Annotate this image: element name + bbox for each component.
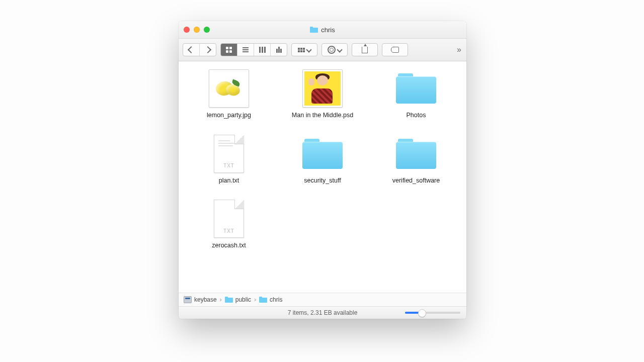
file-item[interactable]: TXTplan.txt <box>184 135 274 185</box>
file-item[interactable]: lemon_party.jpg <box>184 69 274 120</box>
text-document-icon: TXT <box>214 135 244 173</box>
back-button[interactable] <box>183 44 200 56</box>
zoom-button[interactable] <box>204 27 210 33</box>
file-item[interactable]: TXTzerocash.txt <box>184 200 274 250</box>
action-button[interactable] <box>321 43 348 56</box>
path-separator: › <box>254 296 256 303</box>
tags-button[interactable] <box>382 43 408 56</box>
grid-icon <box>226 47 232 53</box>
view-columns-button[interactable] <box>254 44 271 56</box>
folder-icon <box>259 297 267 303</box>
window-title-text: chris <box>321 26 335 34</box>
arrange-button[interactable] <box>291 43 317 56</box>
path-label: public <box>235 296 251 303</box>
share-icon <box>362 47 368 53</box>
file-label: Man in the Middle.psd <box>292 112 353 120</box>
file-item[interactable]: security_stuff <box>277 135 368 185</box>
file-label: security_stuff <box>304 177 341 185</box>
finder-window: chris <box>179 21 466 319</box>
folder-icon <box>302 139 343 169</box>
image-thumbnail <box>302 69 343 108</box>
window-title: chris <box>179 26 466 34</box>
content-area[interactable]: lemon_party.jpgMan in the Middle.psdPhot… <box>179 61 466 293</box>
path-separator: › <box>220 296 222 303</box>
titlebar: chris <box>179 21 466 39</box>
close-button[interactable] <box>184 27 190 33</box>
view-coverflow-button[interactable] <box>271 44 287 56</box>
path-segment[interactable]: chris <box>259 296 282 303</box>
status-text: 7 items, 2.31 EB available <box>288 309 358 316</box>
double-chevron-right-icon: » <box>457 45 461 54</box>
toolbar-overflow-button[interactable]: » <box>456 45 462 54</box>
nav-group <box>183 43 216 56</box>
file-label: plan.txt <box>219 177 239 185</box>
traffic-lights <box>184 27 210 33</box>
path-label: chris <box>270 296 282 303</box>
file-label: zerocash.txt <box>212 242 246 250</box>
path-bar: keybase›public›chris <box>179 293 466 306</box>
path-segment[interactable]: keybase <box>184 296 217 303</box>
arrange-icon <box>298 48 305 52</box>
coverflow-icon <box>276 47 282 53</box>
file-label: verified_software <box>392 177 440 185</box>
folder-icon <box>396 139 436 169</box>
icon-grid: lemon_party.jpgMan in the Middle.psdPhot… <box>179 61 466 255</box>
view-icons-button[interactable] <box>221 44 237 56</box>
file-item[interactable]: Man in the Middle.psd <box>277 69 368 120</box>
icon-size-slider[interactable] <box>405 312 460 314</box>
folder-icon <box>310 27 318 33</box>
columns-icon <box>259 47 266 53</box>
list-icon <box>243 47 249 52</box>
tag-icon <box>391 47 399 53</box>
file-label: Photos <box>407 112 426 120</box>
text-document-icon: TXT <box>214 200 244 238</box>
share-button[interactable] <box>352 43 378 56</box>
chevron-right-icon <box>204 46 211 53</box>
view-list-button[interactable] <box>237 44 254 56</box>
image-thumbnail <box>209 69 249 108</box>
drive-icon <box>184 296 192 303</box>
status-bar: 7 items, 2.31 EB available <box>179 306 466 319</box>
path-segment[interactable]: public <box>225 296 251 303</box>
gear-icon <box>328 46 336 54</box>
file-item[interactable]: Photos <box>371 69 461 120</box>
path-label: keybase <box>194 296 217 303</box>
chevron-down-icon <box>337 47 342 52</box>
file-label: lemon_party.jpg <box>207 112 251 120</box>
file-item[interactable]: verified_software <box>371 135 461 185</box>
toolbar: » <box>179 39 466 61</box>
folder-icon <box>396 73 436 104</box>
forward-button[interactable] <box>200 44 216 56</box>
folder-icon <box>225 297 233 303</box>
slider-knob[interactable] <box>418 309 426 317</box>
chevron-left-icon <box>188 46 195 53</box>
minimize-button[interactable] <box>194 27 200 33</box>
view-mode-group <box>220 43 287 56</box>
chevron-down-icon <box>306 47 311 52</box>
